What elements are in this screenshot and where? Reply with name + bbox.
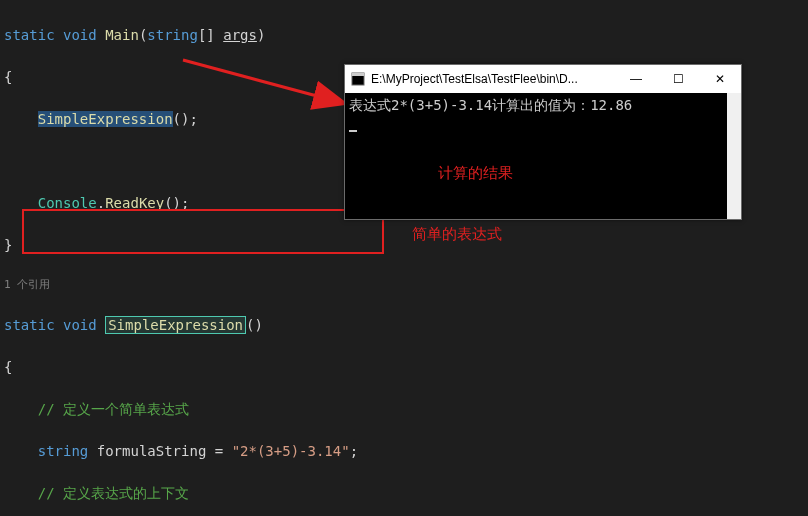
kw-static2: static	[4, 317, 55, 333]
close-button[interactable]: ✕	[699, 65, 741, 93]
console-title: E:\MyProject\TestElsa\TestFlee\bin\D...	[371, 70, 615, 88]
type-console: Console	[38, 195, 97, 211]
call-simpleexpression: SimpleExpression	[38, 111, 173, 127]
console-output-line: 表达式2*(3+5)-3.14计算出的值为：12.86	[349, 95, 723, 116]
console-titlebar[interactable]: E:\MyProject\TestElsa\TestFlee\bin\D... …	[345, 65, 741, 93]
console-cursor	[349, 130, 357, 132]
codelens-refs[interactable]: 1 个引用	[2, 277, 808, 294]
kw-string: string	[147, 27, 198, 43]
comment-2: // 定义表达式的上下文	[38, 485, 189, 501]
comment-1: // 定义一个简单表达式	[38, 401, 189, 417]
console-icon	[351, 72, 365, 86]
console-window[interactable]: E:\MyProject\TestElsa\TestFlee\bin\D... …	[344, 64, 742, 220]
method-def-simpleexpression: SimpleExpression	[108, 317, 243, 333]
kw-void2: void	[63, 317, 97, 333]
var-formulastring: formulaString	[97, 443, 207, 459]
method-main: Main	[105, 27, 139, 43]
annotation-label-formula: 简单的表达式	[412, 223, 502, 246]
kw-string2: string	[38, 443, 89, 459]
console-body[interactable]: 表达式2*(3+5)-3.14计算出的值为：12.86	[345, 93, 741, 219]
annotation-label-result: 计算的结果	[438, 162, 513, 185]
kw-void: void	[63, 27, 97, 43]
brace-close: }	[4, 237, 12, 253]
brace-open: {	[4, 69, 12, 85]
svg-rect-2	[352, 73, 364, 76]
console-scrollbar[interactable]	[727, 93, 741, 219]
string-formula: "2*(3+5)-3.14"	[232, 443, 350, 459]
brace-open2: {	[4, 359, 12, 375]
maximize-button[interactable]: ☐	[657, 65, 699, 93]
kw-static: static	[4, 27, 55, 43]
method-readkey: ReadKey	[105, 195, 164, 211]
minimize-button[interactable]: —	[615, 65, 657, 93]
param-args: args	[223, 27, 257, 43]
